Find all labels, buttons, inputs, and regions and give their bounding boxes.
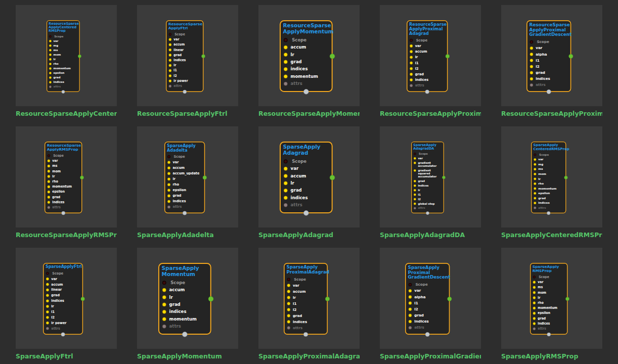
input-port-dot xyxy=(167,166,170,169)
op-thumbnail-tile[interactable]: ResourceSparseApplyCenteredRMSProp Scope… xyxy=(16,5,117,106)
port-label: Scope xyxy=(294,277,306,281)
input-port-dot xyxy=(284,46,288,50)
port-row-accum: accum xyxy=(281,173,332,178)
op-node[interactable]: ResourceSparseApplyFtrl Scopevaraccumlin… xyxy=(166,20,203,92)
input-port-dot xyxy=(162,295,166,299)
port-label: l1 xyxy=(418,193,420,196)
op-node[interactable]: ResourceSparseApplyRMSProp Scopevarmsmom… xyxy=(45,142,82,213)
port-label: lr xyxy=(293,295,296,299)
op-node[interactable]: SparseApplyMomentum Scopeaccumlrgradindi… xyxy=(158,263,211,335)
op-thumbnail-tile[interactable]: SparseApplyProximalAdagrad Scopevaraccum… xyxy=(258,248,360,349)
op-thumbnail-tile[interactable]: SparseApplyProximalGradientDescent Scope… xyxy=(380,248,481,349)
op-thumbnail-tile[interactable]: SparseApplyAdagradDA Scopevargradient ac… xyxy=(380,126,481,228)
input-port-dot xyxy=(167,161,170,164)
port-label: global step xyxy=(418,202,434,205)
input-port-dot xyxy=(287,284,291,287)
bottom-anchor-dot xyxy=(303,210,308,215)
port-row-alpha: alpha xyxy=(406,295,449,299)
port-row-accum: accum xyxy=(159,287,210,292)
op-thumbnail-tile[interactable]: SparseApplyAdadelta Scopevaraccumaccum_u… xyxy=(137,126,238,228)
input-port-dot xyxy=(410,61,413,64)
op-thumbnail-tile[interactable]: SparseApplyAdagrad Scopevaraccumlrgradin… xyxy=(258,126,360,228)
input-port-dot xyxy=(414,189,416,192)
bottom-anchor-dot xyxy=(182,332,187,337)
input-port-dot xyxy=(169,69,172,72)
port-label: epsilon xyxy=(538,311,550,315)
input-port-dot xyxy=(169,79,172,82)
op-thumbnail-tile[interactable]: ResourceSparseApplyProximalAdagrad Scope… xyxy=(380,5,481,106)
op-thumbnail-tile[interactable]: SparseApplyCenteredRMSProp Scopevarmgmsm… xyxy=(501,126,602,228)
op-thumbnail-tile[interactable]: ResourceSparseApplyProximalGradientDesce… xyxy=(501,5,602,106)
port-row-grad: grad xyxy=(527,70,570,74)
port-row-epsilon: epsilon xyxy=(165,188,204,192)
input-port-dot xyxy=(49,49,52,52)
palette-cell: SparseApplyAdadelta Scopevaraccumaccum_u… xyxy=(137,126,238,248)
input-port-dot xyxy=(533,301,536,304)
op-thumbnail-tile[interactable]: SparseApplyFtrl Scopevaraccumlineargradi… xyxy=(16,248,117,349)
output-port-dot xyxy=(568,54,573,59)
port-label: Scope xyxy=(416,38,427,42)
input-port-dot xyxy=(530,77,534,81)
input-port-dot xyxy=(414,194,416,196)
node-ports: Scopevaraccumlineargradindiceslrl1l2lr p… xyxy=(166,32,203,87)
port-row-epsilon: epsilon xyxy=(531,311,567,315)
input-port-dot xyxy=(530,59,534,62)
op-node[interactable]: SparseApplyCenteredRMSProp Scopevarmgmsm… xyxy=(531,142,566,213)
input-port-dot xyxy=(49,63,52,65)
node-title-line: SparseApplyFtrl xyxy=(46,264,80,269)
op-node[interactable]: ResourceSparseApplyMomentum Scopeaccumlr… xyxy=(280,20,333,92)
port-row-indices: indices xyxy=(43,299,82,302)
port-row-gradient-accumulator: gradient accumulator xyxy=(412,161,443,167)
port-label: var xyxy=(538,158,543,161)
port-row-scope: Scope xyxy=(532,153,565,157)
output-port-dot xyxy=(81,297,85,301)
op-thumbnail-tile[interactable]: SparseApplyMomentum Scopeaccumlrgradindi… xyxy=(137,248,238,349)
input-port-dot xyxy=(534,192,536,195)
op-thumbnail-tile[interactable]: ResourceSparseApplyMomentum Scopeaccumlr… xyxy=(258,5,360,106)
input-port-dot xyxy=(169,59,172,62)
bottom-anchor-dot xyxy=(426,211,429,214)
op-node[interactable]: SparseApplyAdagradDA Scopevargradient ac… xyxy=(411,142,444,213)
op-node[interactable]: SparseApplyFtrl Scopevaraccumlineargradi… xyxy=(43,263,83,335)
op-node[interactable]: SparseApplyRMSProp Scopevarmsmomlrrhomom… xyxy=(530,263,567,335)
port-row-mom: mom xyxy=(531,291,567,294)
attrs-port-dot xyxy=(46,327,49,330)
port-row-momentum: momentum xyxy=(159,316,210,322)
port-label: momentum xyxy=(52,185,72,189)
port-row-indices: indices xyxy=(412,184,443,187)
port-row-epsilon: epsilon xyxy=(532,192,565,195)
port-row-scope: Scope xyxy=(166,32,203,36)
op-node[interactable]: ResourceSparseApplyCenteredRMSProp Scope… xyxy=(47,20,80,92)
port-row-lr: lr xyxy=(159,295,210,300)
op-node[interactable]: ResourceSparseApplyProximalAdagrad Scope… xyxy=(407,20,448,92)
input-port-dot xyxy=(162,317,166,321)
op-node[interactable]: SparseApplyProximalGradientDescent Scope… xyxy=(405,263,450,335)
input-port-dot xyxy=(284,53,288,57)
op-node[interactable]: SparseApplyProximalAdagrad Scopevaraccum… xyxy=(284,263,328,335)
op-thumbnail-tile[interactable]: SparseApplyRMSProp Scopevarmsmomlrrhomom… xyxy=(501,248,602,349)
port-label: attrs xyxy=(414,326,424,330)
op-node[interactable]: SparseApplyAdagrad Scopevaraccumlrgradin… xyxy=(280,142,333,213)
input-port-dot xyxy=(409,295,412,299)
node-ports: Scopevaralphal1l2gradindicesattrs xyxy=(527,40,570,87)
op-thumbnail-tile[interactable]: ResourceSparseApplyFtrl Scopevaraccumlin… xyxy=(137,5,238,106)
port-row-attrs: attrs xyxy=(285,326,327,330)
port-row-attrs: attrs xyxy=(531,327,567,331)
op-thumbnail-tile[interactable]: ResourceSparseApplyRMSProp Scopevarmsmom… xyxy=(16,126,117,228)
port-row-lr-power: lr power xyxy=(43,321,82,325)
port-label: l1 xyxy=(414,301,418,305)
attrs-port-dot xyxy=(410,84,413,87)
port-label: gradient squared accumulator xyxy=(418,169,443,178)
port-row-var: var xyxy=(281,166,332,171)
node-ports: Scopevarmgmsmomlrrhomomentumepsilongradi… xyxy=(532,153,565,210)
input-port-dot xyxy=(410,67,413,70)
output-port-dot xyxy=(442,176,445,179)
port-label: attrs xyxy=(293,326,302,330)
port-label: l2 xyxy=(173,74,176,77)
input-port-dot xyxy=(46,283,49,286)
attrs-port-dot xyxy=(409,326,412,330)
port-label: attrs xyxy=(54,85,61,88)
op-node[interactable]: SparseApplyAdadelta Scopevaraccumaccum_u… xyxy=(164,142,205,213)
op-node[interactable]: ResourceSparseApplyProximalGradientDesce… xyxy=(526,20,571,92)
port-label: lr xyxy=(51,304,54,308)
